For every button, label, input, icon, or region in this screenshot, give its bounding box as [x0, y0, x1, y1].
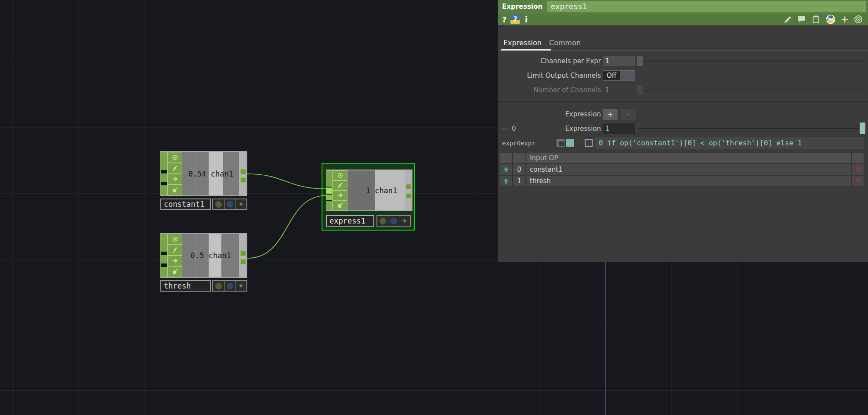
toggle-state-label: Off: [603, 71, 620, 80]
export-flag-icon[interactable]: [167, 256, 183, 267]
node-channel-viewer[interactable]: 0.54 chan1: [182, 152, 239, 195]
node-name[interactable]: thresh: [160, 280, 211, 292]
export-flag-icon[interactable]: [167, 174, 183, 185]
param-label-number-of-channels: Number of Channels: [498, 85, 601, 95]
clipboard-icon[interactable]: [810, 14, 821, 25]
python-help-icon[interactable]: ?: [510, 14, 521, 25]
param-label-expression-count: Expression: [498, 123, 601, 134]
output-connector[interactable]: [406, 193, 411, 198]
bypass-flag-icon[interactable]: [333, 180, 347, 191]
channels-per-expr-field[interactable]: 1: [603, 56, 635, 66]
bypass-flag-icon[interactable]: [167, 163, 183, 174]
tab-expression[interactable]: Expression: [503, 39, 542, 47]
header-reorder-cell: [500, 153, 512, 163]
header-input-op: Input OP: [526, 153, 851, 163]
tab-common[interactable]: Common: [549, 39, 581, 47]
node-comment-add-icon[interactable]: ✦: [399, 216, 410, 226]
viewer-flag-icon[interactable]: [167, 234, 183, 245]
node-left-connector-strip[interactable]: [160, 234, 167, 277]
limit-output-channels-toggle[interactable]: Off: [603, 70, 635, 81]
operator-type-label: Expression: [502, 3, 542, 11]
param-label-channels-per-expr: Channels per Expr: [498, 56, 601, 66]
param-label-expression-block: Expression: [498, 109, 601, 119]
output-connector[interactable]: [240, 177, 246, 183]
wire-constant1-to-express1: [247, 174, 327, 189]
channels-per-expr-slider-track[interactable]: [643, 61, 864, 61]
header-delete-cell: [852, 153, 864, 163]
cook-flag-icon[interactable]: [167, 184, 183, 195]
comment-edit-icon[interactable]: [782, 14, 793, 25]
export-flag-icon[interactable]: [333, 191, 347, 201]
row-op-name[interactable]: constant1: [526, 164, 851, 175]
mode-constant-icon[interactable]: [557, 139, 564, 147]
node-channel-value: 0.5 chan1: [191, 251, 231, 260]
panel-header: Expression express1: [498, 0, 868, 14]
input-op-table: Input OP 0 constant1 ✕ 1 thresh ✕: [500, 153, 864, 186]
tab-separator-line: [498, 51, 868, 51]
expression-count-field[interactable]: 1: [603, 123, 635, 134]
node-color-green-dot[interactable]: [213, 199, 224, 209]
python-logo-icon[interactable]: [825, 14, 836, 25]
node-name[interactable]: express1: [326, 215, 374, 227]
node-left-connector-strip[interactable]: [160, 152, 167, 195]
node-channel-value: 1 chan1: [355, 186, 398, 195]
toggle-knob[interactable]: [620, 71, 635, 80]
output-connector[interactable]: [240, 169, 246, 174]
row-op-name[interactable]: thresh: [526, 176, 851, 186]
node-color-blue-dot[interactable]: [388, 216, 399, 226]
table-row[interactable]: 1 thresh ✕: [500, 176, 864, 186]
output-connector[interactable]: [240, 259, 246, 264]
param-label-limit-output-channels: Limit Output Channels: [498, 70, 601, 81]
bypass-flag-icon[interactable]: [167, 245, 183, 256]
node-color-green-dot[interactable]: [377, 216, 388, 226]
expression-input-field[interactable]: 0 if op('constant1')[0] < op('thresh')[0…: [595, 137, 864, 149]
node-input-connector-strip[interactable]: [326, 170, 333, 210]
cook-flag-icon[interactable]: [167, 266, 183, 277]
panel-toolbar: ? ? i +: [498, 14, 868, 25]
node-color-blue-dot[interactable]: [224, 199, 236, 209]
comment-bubble-icon[interactable]: [796, 14, 807, 25]
output-connector[interactable]: [240, 251, 246, 256]
node-express1-selection: 1 chan1 express1 ✦: [322, 163, 415, 231]
move-up-icon[interactable]: [500, 176, 512, 186]
info-icon[interactable]: i: [523, 14, 529, 25]
node-name[interactable]: constant1: [160, 198, 211, 210]
mode-expression-icon[interactable]: [566, 139, 574, 147]
cook-flag-icon[interactable]: [333, 200, 347, 210]
node-channel-viewer[interactable]: 0.5 chan1: [182, 234, 239, 277]
expr-param-name: expr0expr: [502, 140, 535, 147]
expression-count-slider-handle[interactable]: [860, 123, 865, 134]
header-index-cell: [513, 153, 525, 163]
node-channel-viewer[interactable]: 1 chan1: [347, 170, 405, 210]
add-expression-button[interactable]: +: [603, 109, 618, 120]
node-comment-add-icon[interactable]: ✦: [235, 281, 246, 291]
node-color-green-dot[interactable]: [213, 281, 224, 291]
mode-export-icon[interactable]: [576, 139, 583, 147]
network-origin-axis-horizontal-shadow: [0, 392, 868, 392]
delete-row-icon[interactable]: ✕: [852, 164, 864, 175]
mode-python-icon[interactable]: [585, 139, 593, 147]
delete-row-icon[interactable]: ✕: [852, 176, 864, 186]
node-channel-value: 0.54 chan1: [188, 170, 233, 178]
channels-per-expr-slider-handle[interactable]: [637, 56, 643, 66]
node-constant1[interactable]: 0.54 chan1 constant1 ✦: [160, 151, 247, 210]
move-up-icon[interactable]: [500, 164, 512, 175]
node-color-blue-dot[interactable]: [224, 281, 236, 291]
viewer-flag-icon[interactable]: [333, 170, 347, 180]
section-divider: [498, 101, 868, 102]
output-connector[interactable]: [406, 184, 411, 189]
help-icon[interactable]: ?: [500, 14, 508, 25]
table-row[interactable]: 0 constant1 ✕: [500, 164, 864, 175]
remove-expression-button[interactable]: -: [621, 109, 636, 120]
node-comment-add-icon[interactable]: ✦: [235, 199, 246, 209]
target-icon[interactable]: [854, 14, 863, 25]
network-editor: 0.54 chan1 constant1 ✦: [0, 0, 868, 415]
operator-name-field[interactable]: express1: [547, 1, 866, 12]
node-right-strip: [239, 234, 246, 277]
node-thresh[interactable]: 0.5 chan1 thresh ✦: [160, 233, 247, 292]
viewer-flag-icon[interactable]: [167, 152, 183, 163]
expression-count-slider-track[interactable]: [638, 128, 860, 129]
number-of-channels-slider-handle: [637, 85, 643, 95]
node-express1[interactable]: 1 chan1 express1 ✦: [326, 170, 412, 227]
add-parameter-icon[interactable]: +: [840, 14, 850, 25]
